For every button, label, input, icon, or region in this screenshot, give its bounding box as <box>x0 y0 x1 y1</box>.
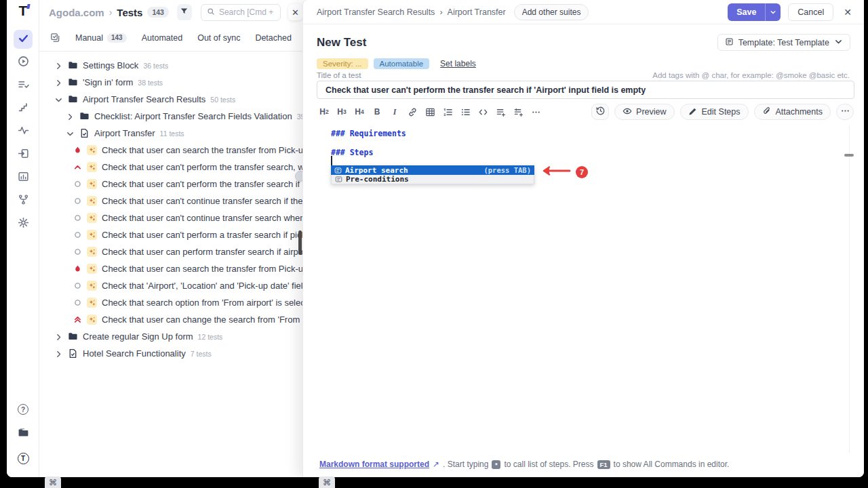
test-row[interactable]: Check that user can't perform the transf… <box>39 159 302 176</box>
ai-generated-icon <box>87 196 97 206</box>
tab-automated[interactable]: Automated <box>142 33 182 43</box>
search-input[interactable] <box>219 7 275 17</box>
tab-out-of-sync[interactable]: Out of sync <box>197 33 240 43</box>
bulk-select-button[interactable] <box>50 33 60 43</box>
autocomplete-option-airport-search[interactable]: Airport search(press TAB) <box>331 165 534 175</box>
paperclip-icon <box>762 106 772 118</box>
severity-normal-icon <box>73 214 82 222</box>
severity-badge[interactable]: Severity: ... <box>317 58 368 69</box>
history-button[interactable] <box>591 104 609 120</box>
bullet-list-icon[interactable] <box>458 104 473 119</box>
breadcrumb-suite-current[interactable]: Airport Transfer <box>448 7 506 17</box>
panel-resize-handle[interactable] <box>298 230 302 255</box>
tab-manual[interactable]: Manual143 <box>75 33 127 43</box>
suite-row[interactable]: Settings Block36 tests <box>39 57 302 74</box>
sidebar-item-analytics[interactable] <box>14 168 33 187</box>
test-row[interactable]: Check that 'Airport', 'Location' and 'Pi… <box>39 277 302 294</box>
suite-row[interactable]: Airport Transfer Search Results50 tests <box>39 91 302 108</box>
save-button[interactable]: Save <box>728 3 765 21</box>
heading4-button[interactable]: H4 <box>352 104 367 119</box>
test-plans-icon <box>18 79 29 93</box>
more-formatting-icon[interactable] <box>528 104 543 119</box>
autocomplete-option-pre-conditions[interactable]: Pre-conditions <box>331 175 534 184</box>
set-labels-link[interactable]: Set labels <box>440 59 476 68</box>
severity-blocker-icon <box>73 146 82 155</box>
test-row[interactable]: Check that user can't perform a trasfer … <box>39 226 302 243</box>
save-options-button[interactable] <box>765 3 781 21</box>
ordered-list-icon[interactable] <box>440 104 455 119</box>
sidebar-item-steps[interactable] <box>14 99 33 118</box>
heading2-button[interactable]: H2 <box>317 104 332 119</box>
template-select[interactable]: Template: Test Template <box>717 34 850 51</box>
italic-button[interactable]: I <box>387 104 402 119</box>
close-icon[interactable]: ✕ <box>841 7 854 18</box>
tree-close-button[interactable]: ✕ <box>288 4 302 20</box>
test-row[interactable]: Check that user can't continue transfer … <box>39 209 302 226</box>
test-row[interactable]: Check that user can change the search fr… <box>39 311 302 328</box>
test-row[interactable]: Check that user can perform transfer sea… <box>39 243 302 260</box>
suite-test-count: 50 tests <box>210 96 235 104</box>
add-step-list-icon[interactable] <box>493 104 508 119</box>
app-logo[interactable]: T <box>7 3 39 23</box>
command-key-icon[interactable]: ⌘ <box>45 476 61 488</box>
suite-row[interactable]: Checklist: Airport Transfer Search Field… <box>39 108 302 125</box>
cancel-button[interactable]: Cancel <box>788 3 833 21</box>
test-title: Check that user can perform transfer sea… <box>102 247 302 257</box>
sidebar-item-runs[interactable] <box>14 53 33 72</box>
tags-hint: Add tags with @ char, for example: @smok… <box>652 71 850 79</box>
tab-count-badge: 143 <box>107 33 127 43</box>
suite-row[interactable]: Create regular Sign Up form12 tests <box>39 328 302 345</box>
suite-title: 'Sign in' form <box>83 77 133 87</box>
filter-button[interactable] <box>177 4 192 20</box>
folder-icon <box>79 111 90 121</box>
test-title: Check that user can search the transfer … <box>102 264 302 274</box>
test-row[interactable]: Check that user can search the transfer … <box>39 142 302 159</box>
markdown-supported-link[interactable]: Markdown format supported <box>319 460 429 469</box>
test-row[interactable]: Check that user can't continue transfer … <box>39 192 302 209</box>
sidebar-item-docs[interactable] <box>14 424 33 443</box>
table-icon[interactable] <box>422 104 437 119</box>
test-row[interactable]: Check that user can't perform the transf… <box>39 176 302 192</box>
attachments-button[interactable]: Attachments <box>754 104 831 120</box>
test-row[interactable]: Check that search option from 'From airp… <box>39 294 302 311</box>
search-box[interactable] <box>201 4 281 21</box>
link-icon[interactable] <box>405 104 420 119</box>
autocomplete-option-label: Pre-conditions <box>346 175 409 184</box>
tab-label: Out of sync <box>197 33 240 43</box>
sidebar-item-test-plans[interactable] <box>14 76 33 95</box>
sidebar-item-pulse[interactable] <box>14 122 33 141</box>
sidebar-item-branches[interactable] <box>14 191 33 210</box>
heading3-button[interactable]: H3 <box>334 104 349 119</box>
sidebar-item-brand-badge[interactable]: T <box>14 449 33 468</box>
test-title: Check that user can change the search fr… <box>102 314 302 325</box>
sidebar-item-settings[interactable] <box>14 214 33 233</box>
editor-scrollbar-handle[interactable] <box>844 154 854 157</box>
suite-title: Airport Transfer Search Results <box>83 94 205 104</box>
sidebar-item-tests[interactable] <box>14 30 33 49</box>
suite-row[interactable]: 'Sign in' form38 tests <box>39 74 302 91</box>
test-title: Check that user can't continue transfer … <box>102 213 302 223</box>
test-title-input[interactable] <box>317 81 854 99</box>
code-icon[interactable] <box>475 104 490 119</box>
edit-steps-button[interactable]: Edit Steps <box>680 104 749 120</box>
more-actions-button[interactable] <box>836 104 854 120</box>
add-numbered-step-icon[interactable] <box>511 104 526 119</box>
sidebar-item-help[interactable]: ? <box>14 400 33 419</box>
ai-generated-icon <box>87 281 97 291</box>
breadcrumb-suite-parent[interactable]: Airport Transfer Search Results <box>317 7 435 17</box>
annotation-number-badge: 7 <box>576 166 588 178</box>
bold-button[interactable]: B <box>370 104 384 119</box>
command-key-icon[interactable]: ⌘ <box>319 476 335 488</box>
test-row[interactable]: Check that user can search the transfer … <box>39 260 302 277</box>
sidebar-item-imports[interactable] <box>14 145 33 164</box>
suite-row[interactable]: Hotel Search Functionality7 tests <box>39 345 302 362</box>
add-other-suites-button[interactable]: Add other suites <box>514 4 589 20</box>
suite-test-count: 39 tests <box>297 113 302 121</box>
preview-button[interactable]: Preview <box>614 104 674 120</box>
automatable-badge[interactable]: Automatable <box>374 58 430 69</box>
breadcrumb-section[interactable]: Tests <box>117 7 142 18</box>
suite-row[interactable]: Airport Transfer11 tests <box>39 125 302 142</box>
breadcrumb-project[interactable]: Agoda.com <box>49 7 104 18</box>
ai-generated-icon <box>87 247 97 257</box>
tab-detached[interactable]: Detached <box>255 33 292 43</box>
